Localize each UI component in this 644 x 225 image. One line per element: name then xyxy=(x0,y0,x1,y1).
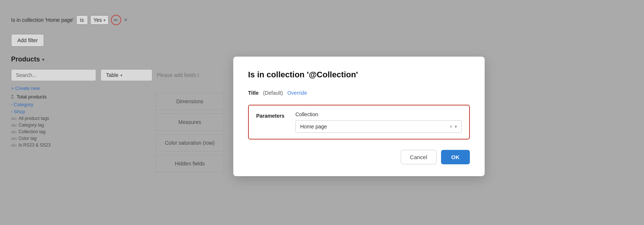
parameters-key: Parameters xyxy=(256,111,289,119)
modal-title-row: Title (Default) Override xyxy=(248,90,470,96)
ok-button[interactable]: OK xyxy=(441,150,470,164)
collection-select[interactable]: Home page × ▾ xyxy=(295,120,462,133)
modal-overlay: Is in collection '@Collection' Title (De… xyxy=(0,0,644,225)
params-right: Collection Home page × ▾ xyxy=(295,111,462,133)
title-default: (Default) xyxy=(263,90,283,96)
title-override-link[interactable]: Override xyxy=(287,90,307,96)
params-row: Parameters Collection Home page × ▾ xyxy=(256,111,462,133)
title-key: Title xyxy=(248,90,259,96)
collection-value: Home page xyxy=(300,124,327,130)
modal-title: Is in collection '@Collection' xyxy=(248,70,470,80)
parameters-box: Parameters Collection Home page × ▾ xyxy=(248,105,470,140)
modal-dialog: Is in collection '@Collection' Title (De… xyxy=(233,57,485,176)
modal-buttons: Cancel OK xyxy=(248,150,470,164)
collection-label: Collection xyxy=(295,111,462,117)
collection-chevron-icon: ▾ xyxy=(455,124,457,129)
collection-select-controls: × ▾ xyxy=(450,124,457,130)
cancel-button[interactable]: Cancel xyxy=(401,150,437,164)
collection-clear-icon[interactable]: × xyxy=(450,124,453,130)
